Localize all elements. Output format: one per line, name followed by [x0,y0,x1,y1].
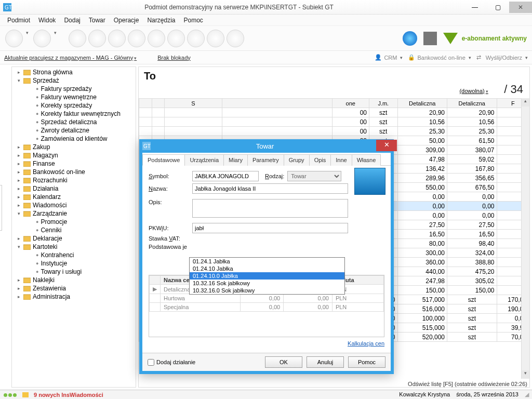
svg-rect-12 [23,211,31,217]
dialog-tab[interactable]: Inne [330,154,352,166]
toolbar-btn-8[interactable] [167,30,185,47]
add-action-checkbox[interactable]: Dodaj działanie [148,359,195,366]
menu-narzedzia[interactable]: Narzędzia [144,16,178,25]
minimize-button[interactable]: — [463,2,486,13]
lock-link[interactable]: Brak blokady [157,55,191,61]
sidebar-item[interactable]: ▸Bankowość on-line [13,168,135,176]
maximize-button[interactable]: ▢ [486,2,509,13]
dialog-tab[interactable]: Miary [223,154,248,166]
dialog-titlebar[interactable]: GT Towar ✕ [139,139,394,153]
pkwiu-option[interactable]: 01.24.10 Jabłka [190,265,344,272]
dialog-tab[interactable]: Własne [352,154,381,166]
toolbar-dd-1[interactable] [25,30,31,47]
toolbar-btn-6[interactable] [128,30,145,47]
menu-pomoc[interactable]: Pomoc [180,16,206,25]
sidebar-item[interactable]: ●Faktury wewnętrzne [13,93,135,101]
symbol-input[interactable] [192,171,259,181]
sidebar-item[interactable]: ●Cenniki [13,226,135,234]
svg-rect-15 [23,278,31,283]
toolbar-btn-1[interactable] [5,30,23,47]
sidebar-item[interactable]: ▸Zestawienia [13,284,135,292]
sidebar-item[interactable]: ●Faktury sprzedaży [13,85,135,93]
sidebar-item[interactable]: ▾Kartoteki [13,243,135,251]
kalkulacja-link[interactable]: Kalkulacja cen [348,340,384,347]
opis-input[interactable] [192,199,348,218]
svg-rect-2 [23,70,31,75]
close-button[interactable]: ✕ [509,2,532,13]
shield-icon [443,33,458,44]
sidebar-item[interactable]: ●Sprzedaż detaliczna [13,118,135,126]
svg-rect-9 [23,187,31,192]
menu-podmiot[interactable]: Podmiot [4,16,33,25]
menu-towar[interactable]: Towar [86,16,109,25]
sidebar-item[interactable]: ▸Strona główna [13,68,135,76]
pkwiu-option[interactable]: 10.32.16.0 Sok jabłkowy [190,287,344,294]
podst-label: Podstawowa je [149,244,195,250]
sync-menu[interactable]: ⇄Wyślij/Odbierz [476,54,528,61]
sidebar-item[interactable]: ▸Administracja [13,292,135,301]
sidebar-item[interactable]: ●Kontrahenci [13,251,135,259]
sidebar-item[interactable]: ▸Kalendarz [13,193,135,201]
sidebar-item[interactable]: ●Zwroty detaliczne [13,126,135,135]
dialog-tab[interactable]: Parametry [247,154,284,166]
menu-operacje[interactable]: Operacje [111,16,142,25]
window-title: Podmiot demonstracyjny na serwerze MKP\I… [15,4,463,11]
sidebar-item[interactable]: ●Korekty faktur wewnętrznych [13,110,135,118]
cancel-button[interactable]: Anuluj [307,356,344,368]
toolbar-btn-5[interactable] [108,30,126,47]
status-message[interactable]: 9 nowych InsWiadomości [34,392,103,398]
dialog-close-button[interactable]: ✕ [376,140,397,151]
menu-widok[interactable]: Widok [35,16,59,25]
person-icon: 👤 [375,54,382,61]
menu-dodaj[interactable]: Dodaj [61,16,83,25]
pkwiu-option[interactable]: 01.24.10.0 Jabłka [190,272,344,280]
pkwiu-input[interactable] [192,223,348,233]
sidebar-item[interactable]: ●Zamówienia od klientów [13,135,135,143]
product-icon [354,168,385,195]
sidebar-item[interactable]: ▸Magazyn [13,151,135,159]
dialog-tab[interactable]: Opis [309,154,331,166]
sidebar-item[interactable]: ▸Wiadomości [13,201,135,209]
left-tab-modules[interactable]: Lista modułów [0,185,2,231]
sidebar-item[interactable]: ▸Rozrachunki [13,176,135,184]
toolbar-btn-4[interactable] [88,30,106,47]
pkwiu-option[interactable]: 10.32.16 Sok jabłkowy [190,280,344,287]
sidebar-item[interactable]: ●Korekty sprzedaży [13,101,135,110]
sidebar-item[interactable]: ▾Zarządzanie [13,209,135,218]
menubar: Podmiot Widok Dodaj Towar Operacje Narzę… [0,15,532,26]
dialog-tab[interactable]: Grupy [284,154,310,166]
cube-icon[interactable] [423,32,437,45]
dialog-tab[interactable]: Podstawowe [142,154,185,166]
sidebar-item[interactable]: ▸Działania [13,184,135,193]
crm-menu[interactable]: 👤CRM [375,54,403,61]
sidebar-item[interactable]: ▾Sprzedaż [13,76,135,85]
help-button[interactable]: Pomoc [348,356,385,368]
pkwiu-option[interactable]: 01.24.1 Jabłka [190,258,344,265]
filter-dropdown[interactable]: (dowolna) [459,88,488,94]
infobar: Aktualnie pracujesz z magazynem - MAG - … [0,51,532,64]
scrollbar[interactable]: ▴▾ [521,98,529,379]
globe-icon[interactable] [403,31,417,46]
toolbar-btn-2[interactable] [33,30,51,47]
sidebar-item[interactable]: ▸Zakup [13,143,135,151]
pkwiu-dropdown[interactable]: 01.24.1 Jabłka01.24.10 Jabłka01.24.10.0 … [189,257,345,295]
dialog-tab[interactable]: Urządzenia [184,154,224,166]
sidebar-item[interactable]: ●Promocje [13,218,135,226]
toolbar-dd-2[interactable] [53,30,59,47]
sidebar-item[interactable]: ▸Deklaracje [13,234,135,243]
toolbar-btn-7[interactable] [148,30,165,47]
bank-menu[interactable]: 🔒Bankowość on-line [408,54,471,61]
sidebar-item[interactable]: ▸Naklejki [13,276,135,284]
sidebar-item[interactable]: ▸Finanse [13,159,135,168]
sidebar-item[interactable]: ●Instytucje [13,259,135,268]
rodzaj-select[interactable]: Towar [287,171,341,181]
toolbar-btn-9[interactable] [187,30,205,47]
nazwa-input[interactable] [192,183,348,194]
sidebar-item[interactable]: ●Towary i usługi [13,268,135,276]
resize-grip[interactable]: ◢ [525,391,529,398]
toolbar-btn-11[interactable] [227,30,244,47]
ok-button[interactable]: OK [265,356,302,368]
toolbar-btn-3[interactable] [69,30,86,47]
mag-link[interactable]: Aktualnie pracujesz z magazynem - MAG - … [4,55,137,61]
toolbar-btn-10[interactable] [207,30,224,47]
